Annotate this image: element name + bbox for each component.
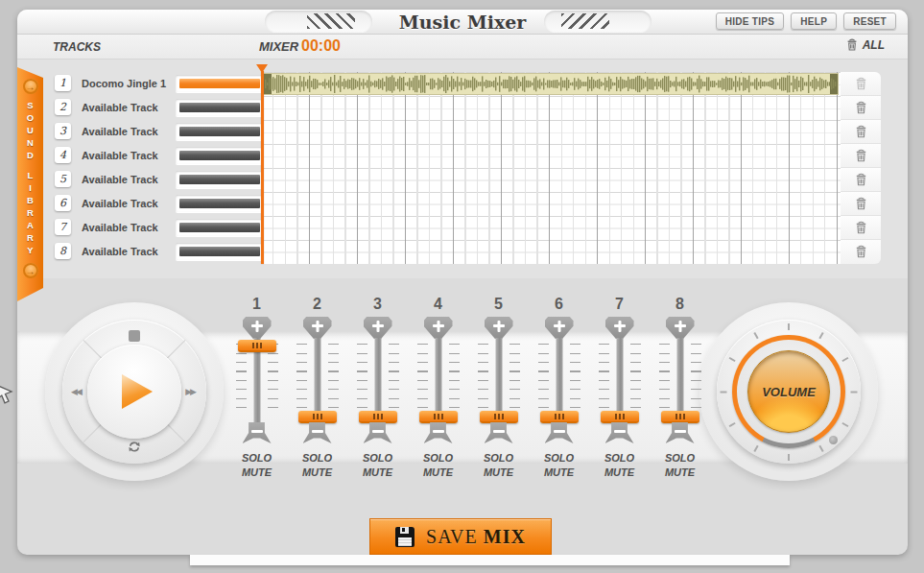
tick-marks [691,344,701,417]
dial-tick [841,422,848,427]
rewind-button[interactable]: ◀◀ [71,387,81,396]
sound-library-open-icon-bottom[interactable]: → [23,263,38,278]
volume-up-button[interactable] [666,317,695,339]
slider-handle[interactable] [419,411,458,423]
delete-track-button[interactable] [841,72,881,96]
level-fill [179,127,260,136]
slider-number: 8 [675,296,684,317]
delete-track-button[interactable] [841,240,881,264]
slider-handle[interactable] [540,411,579,423]
track-level-bar[interactable] [176,147,264,164]
help-button[interactable]: HELP [791,12,837,30]
track-level-bar[interactable] [176,99,264,116]
sound-library-tab[interactable]: → SOUND LIBRARY → [17,65,43,301]
track-row[interactable]: 3 Available Track [17,120,261,144]
timeline-grid[interactable] [261,72,841,264]
audio-clip-waveform[interactable] [263,73,839,95]
level-fill [179,79,260,88]
trash-icon [854,245,868,259]
slider-handle[interactable] [661,411,699,423]
slider-number: 2 [313,296,321,317]
delete-track-button[interactable] [841,192,881,216]
track-row[interactable]: 5 Available Track [17,168,261,192]
mute-button[interactable]: MUTE [544,466,574,478]
tick-marks [449,344,460,417]
mute-button[interactable]: MUTE [363,466,392,478]
volume-up-button[interactable] [424,317,453,339]
dial-tick [729,357,736,362]
track-level-bar[interactable] [176,171,264,188]
mute-button[interactable]: MUTE [242,466,272,478]
sound-library-open-icon[interactable]: → [23,79,38,94]
track-row[interactable]: 7 Available Track [17,216,261,240]
track-number: 8 [55,243,71,259]
clear-all-button[interactable]: ALL [845,38,885,52]
slider-handle[interactable] [238,340,276,352]
slider-handle[interactable] [601,411,639,423]
mute-button[interactable]: MUTE [423,466,453,478]
solo-button[interactable]: SOLO [302,452,332,464]
slider-handle[interactable] [298,411,337,423]
solo-button[interactable]: SOLO [363,452,392,464]
stop-button[interactable] [129,330,140,342]
delete-track-button[interactable] [841,216,881,240]
level-fill [179,151,260,160]
track-level-bar[interactable] [176,243,264,260]
delete-track-button[interactable] [841,96,881,120]
solo-button[interactable]: SOLO [242,452,272,464]
volume-knob[interactable]: VOLUME [747,350,830,433]
volume-level-ring: VOLUME [732,335,845,448]
mute-button[interactable]: MUTE [665,466,695,478]
slider-handle[interactable] [480,411,518,423]
play-button[interactable] [87,345,181,439]
hide-tips-button[interactable]: HIDE TIPS [716,12,785,30]
track-number: 1 [55,75,71,91]
volume-up-button[interactable] [605,317,634,339]
track-number: 5 [55,171,71,187]
track-row[interactable]: 1 Docomo Jingle 1 [17,72,261,96]
delete-track-button[interactable] [841,144,881,168]
solo-button[interactable]: SOLO [484,452,513,464]
track-row[interactable]: 6 Available Track [17,192,261,216]
volume-up-button[interactable] [545,317,574,339]
sound-library-label-2: LIBRARY [25,170,36,257]
dial-tick [841,357,848,362]
track-level-bar[interactable] [176,75,264,92]
trash-icon [854,197,868,211]
dial-tick [753,332,758,339]
dial-tick [753,445,758,452]
delete-track-button[interactable] [841,168,881,192]
master-volume-knob[interactable]: VOLUME [717,320,861,464]
channel-slider-6: 6 SOLO MUTE [529,296,589,478]
volume-up-button[interactable] [364,317,392,339]
tick-marks [538,344,549,417]
mute-button[interactable]: MUTE [484,466,513,478]
dial-tick [721,392,727,394]
solo-button[interactable]: SOLO [423,452,453,464]
track-level-bar[interactable] [176,219,264,236]
solo-button[interactable]: SOLO [604,452,634,464]
playhead[interactable] [256,64,269,264]
reset-button[interactable]: RESET [843,12,896,30]
volume-up-button[interactable] [303,317,332,339]
dial-tick [818,332,823,339]
fast-forward-button[interactable]: ▶▶ [185,387,195,396]
track-row[interactable]: 4 Available Track [17,144,261,168]
track-level-bar[interactable] [176,195,264,212]
loop-button[interactable] [128,440,142,458]
volume-up-button[interactable] [243,317,272,339]
track-level-bar[interactable] [176,123,264,140]
mute-button[interactable]: MUTE [604,466,634,478]
trash-icon [854,221,868,235]
mute-button[interactable]: MUTE [302,466,332,478]
trash-icon [854,173,868,187]
save-mix-button[interactable]: SAVEMIX [369,518,552,555]
tick-marks [328,344,339,417]
solo-button[interactable]: SOLO [665,452,695,464]
volume-up-button[interactable] [485,317,513,339]
solo-button[interactable]: SOLO [544,452,574,464]
delete-track-button[interactable] [841,120,881,144]
track-row[interactable]: 2 Available Track [17,96,261,120]
slider-handle[interactable] [359,411,397,423]
track-row[interactable]: 8 Available Track [17,240,261,264]
